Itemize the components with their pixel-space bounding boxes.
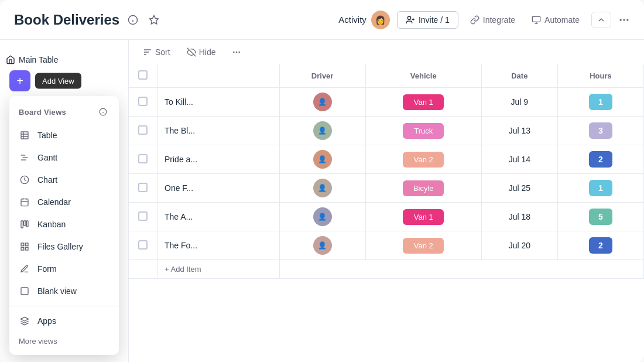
row-vehicle: Van 1 [365,88,481,117]
left-panel: New Item ▾ Main Table + Add View Board V… [0,40,129,362]
row-hours: 1 [557,88,643,117]
view-files-gallery[interactable]: Files Gallery [9,235,119,258]
sort-button[interactable]: Sort [138,45,175,60]
hours-pill: 1 [589,94,612,110]
more-views-item[interactable]: More views [9,332,119,350]
table-area: Sort Hide Driver [129,40,644,362]
chevron-up-icon [597,15,606,25]
blank-icon [19,285,30,297]
view-gantt-label: Gantt [37,153,57,162]
hours-pill: 1 [589,180,612,196]
view-form[interactable]: Form [9,258,119,280]
content-area: New Item ▾ Main Table + Add View Board V… [0,40,644,362]
hide-button[interactable]: Hide [182,45,221,60]
more-options-button[interactable] [618,14,630,26]
row-checkbox[interactable] [138,154,148,163]
row-name: Pride a... [157,145,280,174]
view-gantt[interactable]: Gantt [9,146,119,169]
view-table[interactable]: Table [9,124,119,146]
col-date: Date [481,64,557,88]
driver-avatar: 👤 [313,121,332,140]
svg-rect-34 [25,247,28,250]
home-icon [6,55,15,64]
table-action-bar: Sort Hide [129,40,644,64]
header-left: Book Deliveries [14,12,162,28]
apps-label: Apps [37,316,56,326]
info-button[interactable] [125,12,141,28]
integrate-label: Integrate [483,15,515,25]
integrate-button[interactable]: Integrate [465,12,520,28]
invite-label: Invite / 1 [419,15,450,25]
driver-avatar: 👤 [313,150,332,169]
data-table: Driver Vehicle Date Hours To Kill... 👤 V… [129,64,644,362]
row-driver: 👤 [279,203,365,231]
row-name: To Kill... [157,88,280,117]
svg-rect-29 [24,221,26,226]
automate-button[interactable]: Automate [527,12,584,28]
view-blank[interactable]: Blank view [9,280,119,302]
classics-section[interactable]: ▼ Classics [0,357,128,362]
svg-rect-28 [21,221,23,228]
view-kanban[interactable]: Kanban [9,213,119,235]
svg-point-42 [239,52,241,53]
driver-avatar: 👤 [313,179,332,197]
row-driver: 👤 [279,145,365,174]
main-table-nav[interactable]: Main Table [0,52,128,68]
dropdown-info-button[interactable] [97,105,109,118]
header-right: Activity 👩 Invite / 1 Integrate Automate [338,11,630,29]
app-container: Book Deliveries Activity 👩 Invite / 1 In… [0,0,644,362]
view-kanban-label: Kanban [37,220,66,229]
avatar: 👩 [371,11,390,29]
star-button[interactable] [146,12,162,28]
activity-button[interactable]: Activity 👩 [338,11,390,29]
svg-rect-31 [21,243,24,246]
row-checkbox[interactable] [138,97,148,106]
view-apps[interactable]: Apps [9,310,119,332]
row-checkbox[interactable] [138,211,148,221]
row-checkbox[interactable] [138,240,148,250]
table-row: Pride a... 👤 Van 2 Jul 14 2 [129,145,644,174]
table-icon [19,129,30,141]
svg-point-4 [407,16,410,19]
invite-button[interactable]: Invite / 1 [397,11,458,29]
svg-point-10 [620,19,622,21]
gantt-icon [19,152,30,163]
hours-pill: 3 [589,122,612,139]
add-item-row[interactable]: + Add Item [129,260,644,279]
form-icon [19,263,30,275]
svg-rect-33 [21,247,24,250]
col-driver: Driver [279,64,365,88]
row-hours: 2 [557,145,643,174]
view-calendar[interactable]: Calendar [9,191,119,213]
more-dots-icon [618,14,630,26]
header-checkbox[interactable] [138,70,148,80]
view-chart[interactable]: Chart [9,169,119,191]
row-name: The A... [157,203,280,231]
collapse-button[interactable] [591,12,611,28]
table-more-icon [232,47,241,57]
table-more-button[interactable] [227,45,246,60]
svg-point-41 [236,52,238,53]
row-hours: 2 [557,231,643,260]
svg-point-12 [626,19,628,21]
row-checkbox[interactable] [138,183,148,192]
main-table: Driver Vehicle Date Hours To Kill... 👤 V… [129,64,644,279]
driver-avatar: 👤 [313,236,332,255]
row-checkbox-cell [129,88,157,117]
svg-rect-7 [532,16,540,22]
row-hours: 5 [557,203,643,231]
row-driver: 👤 [279,174,365,203]
driver-avatar: 👤 [313,207,332,226]
col-item [157,64,280,88]
row-checkbox[interactable] [138,125,148,135]
add-item-label[interactable]: + Add Item [157,260,280,279]
row-vehicle: Van 2 [365,145,481,174]
row-driver: 👤 [279,231,365,260]
row-checkbox-cell [129,145,157,174]
row-checkbox-cell [129,231,157,260]
row-driver: 👤 [279,117,365,145]
col-vehicle: Vehicle [365,64,481,88]
table-row: The Bl... 👤 Truck Jul 13 3 [129,117,644,145]
row-date: Jul 25 [481,174,557,203]
add-view-button[interactable]: + [9,70,30,91]
